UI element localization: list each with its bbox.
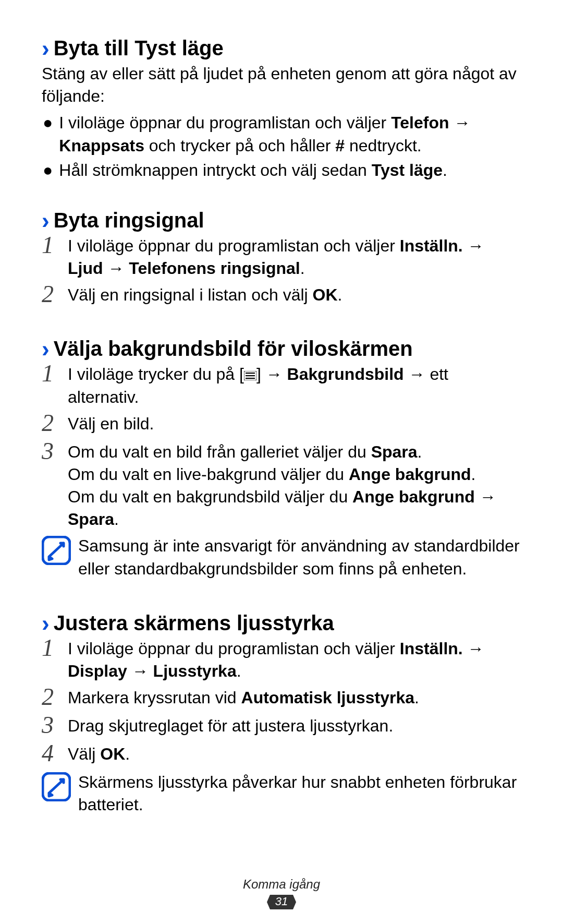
section-heading-brightness: › Justera skärmens ljusstyrka: [42, 610, 521, 635]
page-number: 31: [275, 895, 288, 908]
section-heading-ringtone: › Byta ringsignal: [42, 208, 521, 233]
bullet-icon: ●: [43, 159, 53, 182]
manual-page: › Byta till Tyst läge Stäng av eller sät…: [0, 0, 563, 817]
chevron-right-icon: ›: [42, 338, 50, 361]
step-number: 4: [42, 741, 68, 765]
numbered-step: 2 Markera kryssrutan vid Automatisk ljus…: [42, 687, 521, 711]
numbered-step: 1 I viloläge trycker du på [] → Bakgrund…: [42, 363, 521, 408]
numbered-step: 4 Välj OK.: [42, 743, 521, 767]
note-text: Skärmens ljusstyrka påverkar hur snabbt …: [78, 771, 521, 816]
step-text: Drag skjutreglaget för att justera ljuss…: [68, 715, 521, 739]
note-text: Samsung är inte ansvarigt för användning…: [78, 535, 521, 580]
section-heading-wallpaper: › Välja bakgrundsbild för viloskärmen: [42, 336, 521, 361]
heading-text: Välja bakgrundsbild för viloskärmen: [54, 336, 413, 361]
note-icon: [42, 772, 71, 801]
step-number: 1: [42, 233, 68, 278]
menu-icon: [244, 364, 256, 373]
intro-text: Stäng av eller sätt på ljudet på enheten…: [42, 63, 521, 107]
step-number: 2: [42, 411, 68, 435]
step-text: Välj en bild.: [68, 413, 521, 437]
heading-text: Justera skärmens ljusstyrka: [54, 610, 334, 635]
svg-rect-1: [246, 373, 255, 374]
bullet-item: ● Håll strömknappen intryckt och välj se…: [42, 159, 521, 182]
chevron-right-icon: ›: [42, 612, 50, 635]
svg-rect-2: [246, 375, 255, 376]
section-heading-silent: › Byta till Tyst läge: [42, 35, 521, 61]
step-number: 3: [42, 713, 68, 737]
step-text: I viloläge trycker du på [] → Bakgrundsb…: [68, 363, 521, 408]
note-icon: [42, 536, 71, 565]
note-block: Skärmens ljusstyrka påverkar hur snabbt …: [42, 771, 521, 816]
heading-text: Byta till Tyst läge: [54, 35, 224, 61]
step-number: 2: [42, 282, 68, 306]
step-number: 1: [42, 636, 68, 681]
step-text: Markera kryssrutan vid Automatisk ljusst…: [68, 687, 521, 711]
numbered-step: 1 I viloläge öppnar du programlistan och…: [42, 235, 521, 280]
chevron-right-icon: ›: [42, 209, 50, 232]
bullet-icon: ●: [43, 112, 53, 157]
numbered-step: 2 Välj en bild.: [42, 413, 521, 437]
step-text: I viloläge öppnar du programlistan och v…: [68, 638, 521, 682]
note-block: Samsung är inte ansvarigt för användning…: [42, 535, 521, 580]
footer-label: Komma igång: [0, 877, 563, 892]
step-number: 1: [42, 362, 68, 406]
page-number-badge: 31: [266, 894, 297, 910]
numbered-step: 1 I viloläge öppnar du programlistan och…: [42, 638, 521, 682]
page-footer: Komma igång 31: [0, 877, 563, 913]
step-number: 3: [42, 439, 68, 530]
numbered-step: 3 Drag skjutreglaget för att justera lju…: [42, 715, 521, 739]
bullet-item: ● I viloläge öppnar du programlistan och…: [42, 112, 521, 157]
heading-text: Byta ringsignal: [54, 208, 204, 233]
step-text: I viloläge öppnar du programlistan och v…: [68, 235, 521, 280]
chevron-right-icon: ›: [42, 37, 50, 60]
step-text: Om du valt en bild från galleriet väljer…: [68, 441, 521, 531]
step-text: Välj OK.: [68, 743, 521, 767]
svg-rect-3: [246, 378, 255, 379]
step-number: 2: [42, 685, 68, 709]
bullet-text: Håll strömknappen intryckt och välj seda…: [59, 159, 447, 182]
numbered-step: 3 Om du valt en bild från galleriet välj…: [42, 441, 521, 531]
step-text: Välj en ringsignal i listan och välj OK.: [68, 284, 521, 308]
bullet-text: I viloläge öppnar du programlistan och v…: [59, 112, 521, 157]
numbered-step: 2 Välj en ringsignal i listan och välj O…: [42, 284, 521, 308]
